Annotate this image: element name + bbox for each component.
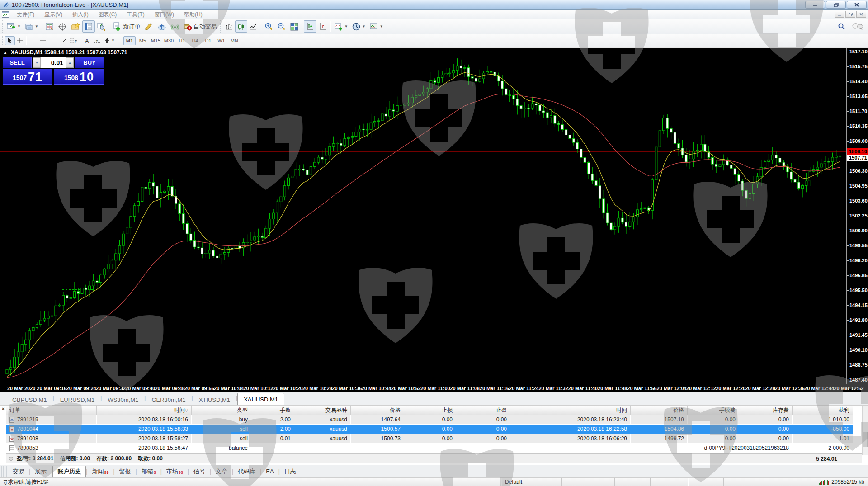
metaeditor-button[interactable] bbox=[142, 20, 155, 33]
auto-scroll-button[interactable] bbox=[304, 20, 316, 33]
chart-plot-area[interactable]: ▲ XAUUSD,M1 1508.14 1508.21 1507.63 1507… bbox=[0, 48, 846, 384]
market-watch-button[interactable] bbox=[43, 20, 56, 33]
profiles-button[interactable]: ▼ bbox=[23, 20, 40, 33]
time-axis[interactable]: 20 Mar 202020 Mar 09:1620 Mar 09:2420 Ma… bbox=[0, 384, 868, 392]
column-header-12[interactable]: 获利 bbox=[793, 406, 853, 415]
timeframe-M15[interactable]: M15 bbox=[150, 36, 162, 45]
label-tool-button[interactable]: T bbox=[92, 36, 103, 45]
line-chart-button[interactable] bbox=[247, 20, 259, 33]
column-header-10[interactable]: 手续费 bbox=[688, 406, 739, 415]
chart-shift-button[interactable] bbox=[316, 20, 329, 33]
zoom-in-button[interactable] bbox=[263, 20, 275, 33]
lot-size-input[interactable]: 0.01 bbox=[41, 57, 66, 68]
chart-tab-XTIUSDM1[interactable]: XTIUSD,M1 bbox=[193, 394, 236, 405]
channel-tool-button[interactable] bbox=[58, 36, 68, 45]
column-header-11[interactable]: 库存费 bbox=[739, 406, 793, 415]
menu-item-C[interactable]: 图表(C) bbox=[94, 10, 122, 19]
text-tool-button[interactable]: A bbox=[82, 36, 92, 45]
column-header-2[interactable]: 类型 bbox=[192, 406, 251, 415]
buy-price-display[interactable]: 1508 10 bbox=[54, 69, 104, 85]
table-row[interactable]: 78910442020.03.18 15:58:33sell2.00xauusd… bbox=[6, 425, 853, 434]
timeframe-H4[interactable]: H4 bbox=[189, 36, 201, 45]
column-header-5[interactable]: 价格 bbox=[351, 406, 404, 415]
terminal-button[interactable] bbox=[82, 20, 95, 33]
collapse-panel-icon[interactable]: ▲ bbox=[3, 50, 7, 55]
terminal-tab-日志[interactable]: 日志 bbox=[280, 466, 301, 477]
chart-tab-GER30mM1[interactable]: GER30m,M1 bbox=[146, 394, 191, 405]
menu-item-V[interactable]: 显示(V) bbox=[39, 10, 67, 19]
terminal-tab-代码库[interactable]: 代码库 bbox=[233, 466, 260, 477]
timeframe-MN[interactable]: MN bbox=[228, 36, 241, 45]
menu-item-H[interactable]: 帮助(H) bbox=[179, 10, 208, 19]
column-header-0[interactable]: 订单 bbox=[6, 406, 97, 415]
bar-chart-button[interactable] bbox=[223, 20, 235, 33]
chart-tab-EURUSDM1[interactable]: EURUSD,M1 bbox=[54, 394, 101, 405]
sell-button[interactable]: SELL bbox=[3, 57, 32, 68]
menu-item-F[interactable]: 文件(F) bbox=[12, 10, 39, 19]
terminal-tab-警报[interactable]: 警报 bbox=[115, 466, 136, 477]
chart-tab-GBPUSDM1[interactable]: GBPUSD,M1 bbox=[6, 394, 53, 405]
signals-button[interactable] bbox=[169, 20, 181, 33]
search-icon[interactable] bbox=[838, 23, 845, 30]
zoom-out-button[interactable] bbox=[275, 20, 288, 33]
new-chart-button[interactable]: ▼ bbox=[5, 20, 23, 33]
lot-decrease-button[interactable]: ▼ bbox=[33, 57, 41, 68]
publish-button[interactable] bbox=[155, 20, 169, 33]
scrollbar-thumb[interactable] bbox=[863, 432, 868, 447]
column-header-7[interactable]: 止盈 bbox=[456, 406, 510, 415]
timeframe-H1[interactable]: H1 bbox=[176, 36, 188, 45]
column-header-9[interactable]: 价格 bbox=[631, 406, 688, 415]
menu-item-W[interactable]: 窗口(W) bbox=[150, 10, 179, 19]
candlestick-chart-button[interactable] bbox=[235, 20, 247, 33]
terminal-scrollbar[interactable] bbox=[862, 406, 868, 455]
minimize-button[interactable] bbox=[805, 1, 825, 9]
buy-button[interactable]: BUY bbox=[75, 57, 104, 68]
lot-increase-button[interactable]: ▲ bbox=[66, 57, 74, 68]
close-button[interactable] bbox=[847, 1, 867, 9]
horizontal-line-tool-button[interactable] bbox=[38, 36, 48, 45]
terminal-tab-EA[interactable]: EA bbox=[261, 467, 278, 476]
tile-windows-button[interactable] bbox=[288, 20, 301, 33]
new-order-button[interactable]: 新订单 bbox=[111, 20, 142, 33]
child-restore-button[interactable] bbox=[845, 11, 855, 18]
column-header-3[interactable]: 手数 bbox=[251, 406, 294, 415]
table-row[interactable]: 78910082020.03.18 15:58:27sell0.01xauusd… bbox=[6, 434, 853, 444]
toolbar-grip[interactable] bbox=[2, 20, 4, 33]
periods-button[interactable]: ▼ bbox=[350, 20, 368, 33]
navigator-button[interactable] bbox=[69, 20, 82, 33]
terminal-tab-新闻[interactable]: 新闻99 bbox=[87, 466, 113, 477]
column-header-4[interactable]: 交易品种 bbox=[294, 406, 351, 415]
price-axis[interactable]: 1517.101515.751514.401513.051511.701510.… bbox=[846, 48, 868, 384]
terminal-tab-邮箱[interactable]: 邮箱8 bbox=[137, 466, 160, 477]
terminal-close-icon[interactable]: × bbox=[2, 407, 5, 411]
terminal-tab-信号[interactable]: 信号 bbox=[189, 466, 210, 477]
restore-button[interactable] bbox=[826, 1, 846, 9]
strategy-tester-button[interactable] bbox=[95, 20, 108, 33]
community-chat-icon[interactable] bbox=[852, 23, 863, 30]
child-close-button[interactable] bbox=[856, 11, 866, 18]
chart-tab-WS30mM1[interactable]: WS30m,M1 bbox=[102, 394, 144, 405]
column-header-1[interactable]: 时间 ▽ bbox=[97, 406, 192, 415]
menu-item-I[interactable]: 插入(I) bbox=[67, 10, 93, 19]
terminal-tab-展示[interactable]: 展示 bbox=[30, 466, 51, 477]
timeframe-D1[interactable]: D1 bbox=[202, 36, 214, 45]
fibonacci-tool-button[interactable]: F bbox=[68, 36, 79, 45]
sell-price-display[interactable]: 1507 71 bbox=[3, 69, 52, 85]
column-header-8[interactable]: 时间 bbox=[510, 406, 631, 415]
terminal-tab-市场[interactable]: 市场98 bbox=[162, 466, 188, 477]
timeframe-W1[interactable]: W1 bbox=[215, 36, 227, 45]
arrows-tool-button[interactable]: ▼ bbox=[103, 36, 117, 45]
terminal-tab-账户历史[interactable]: 账户历史 bbox=[52, 466, 86, 477]
column-header-6[interactable]: 止损 bbox=[404, 406, 456, 415]
table-row[interactable]: 78912192020.03.18 16:00:16buy2.00xauusd1… bbox=[6, 415, 853, 425]
cursor-tool-button[interactable] bbox=[5, 36, 15, 45]
timeframe-M30[interactable]: M30 bbox=[163, 36, 175, 45]
terminal-grip[interactable] bbox=[1, 466, 7, 477]
chart-tab-XAUUSDM1[interactable]: XAUUSD,M1 bbox=[237, 393, 284, 405]
crosshair-tool-button[interactable] bbox=[15, 36, 25, 45]
terminal-tab-文章[interactable]: 文章 bbox=[211, 466, 232, 477]
toolbar-grip[interactable] bbox=[220, 20, 222, 33]
status-profile[interactable]: Default bbox=[501, 478, 561, 486]
table-row[interactable]: 78908532020.03.18 15:56:47balanced-00PY9… bbox=[6, 444, 853, 453]
autotrading-button[interactable]: 自动交易 bbox=[181, 20, 219, 33]
